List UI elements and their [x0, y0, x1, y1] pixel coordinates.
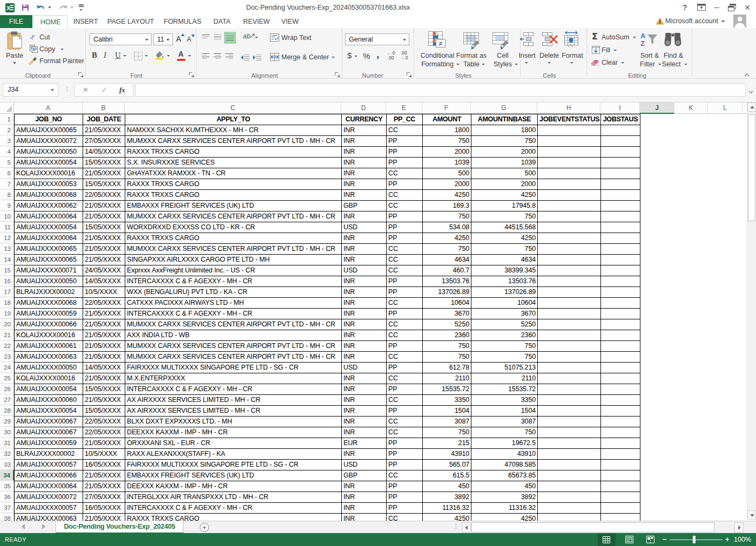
cell[interactable]	[601, 125, 640, 136]
cell[interactable]: DEEXXX KAXXM - IMP - MH - CR	[125, 481, 342, 492]
cell[interactable]	[538, 309, 601, 319]
row-header-19[interactable]: 19	[0, 308, 14, 319]
cell[interactable]	[538, 190, 601, 201]
cell[interactable]: 44515.568	[471, 222, 538, 233]
cell[interactable]: AMUAIJXXXX00063	[15, 514, 83, 521]
cell[interactable]: 11316.32	[423, 503, 471, 514]
cell[interactable]: INR	[342, 211, 387, 222]
column-header-D[interactable]: D	[341, 103, 386, 113]
cell[interactable]	[538, 417, 601, 427]
cell[interactable]: CC	[387, 255, 423, 265]
find-select-icon[interactable]	[664, 32, 681, 49]
cell[interactable]	[538, 222, 601, 233]
row-header-10[interactable]: 10	[0, 211, 14, 222]
cell[interactable]	[538, 363, 601, 373]
column-header-A[interactable]: A	[14, 103, 83, 113]
cell[interactable]: INR	[342, 373, 387, 384]
expand-formula-bar-button[interactable]	[748, 86, 753, 96]
cell[interactable]: 19672.5	[471, 438, 538, 449]
comma-format-button[interactable]: ,	[376, 49, 379, 60]
cell[interactable]: 4250	[471, 233, 538, 244]
tab-page-layout[interactable]: PAGE LAYOUT	[104, 15, 158, 28]
cell[interactable]	[538, 514, 601, 521]
cell[interactable]: INR	[342, 503, 387, 514]
cell[interactable]: USD	[342, 363, 387, 373]
cell[interactable]: 16/05/XXXX	[83, 460, 125, 470]
cell[interactable]	[538, 201, 601, 211]
cell[interactable]: RAXXX TRXXS CARGO	[125, 179, 342, 190]
cell[interactable]	[601, 341, 640, 352]
cell[interactable]: 10604	[423, 298, 471, 309]
cell[interactable]: 22/05/XXXX	[83, 417, 125, 427]
cell[interactable]: INR	[342, 352, 387, 363]
cell[interactable]: 11316.32	[471, 503, 538, 514]
zoom-slider-track[interactable]	[670, 540, 723, 540]
cell[interactable]: USD	[342, 222, 387, 233]
column-header-C[interactable]: C	[125, 103, 341, 113]
page-layout-view-button[interactable]	[620, 533, 638, 546]
cell[interactable]	[538, 158, 601, 168]
row-header-3[interactable]: 3	[0, 135, 14, 146]
cell[interactable]: MUMXXX CARXX SERVICES CENTER AIRPORT PVT…	[125, 244, 342, 255]
cell[interactable]	[538, 503, 601, 514]
decrease-font-button[interactable]: A	[187, 35, 195, 43]
select-all-corner[interactable]	[0, 103, 14, 113]
cell[interactable]: AMUAIJXXXX00059	[15, 309, 83, 319]
cell[interactable]: INR	[342, 298, 387, 309]
cell[interactable]	[538, 276, 601, 287]
cell[interactable]: PP	[387, 449, 423, 460]
cell[interactable]: 13503.76	[423, 276, 471, 287]
row-header-25[interactable]: 25	[0, 373, 14, 384]
tab-review[interactable]: REVIEW	[240, 15, 273, 28]
cell[interactable]: AMUAIJXXXX00050	[15, 276, 83, 287]
close-button[interactable]: ✕	[740, 0, 755, 15]
cell[interactable]: 450	[471, 481, 538, 492]
cell[interactable]	[601, 244, 640, 255]
font-name-select[interactable]: Calibri	[90, 33, 152, 45]
cell[interactable]: NAMXXX SACHXX KUMTHEXXX - MH - CR	[125, 125, 342, 136]
cell[interactable]: INTERCAXXXX C & F AGEXXY - MH - CR	[125, 384, 342, 395]
cell[interactable]: 450	[423, 481, 471, 492]
cell[interactable]: 21/05/XXXX	[83, 201, 125, 211]
cell[interactable]	[538, 147, 601, 158]
merge-center-label[interactable]: Merge & Center	[281, 53, 329, 61]
cell[interactable]: KOLAIJXXXX00016	[15, 168, 83, 179]
cell[interactable]: PP_CC	[387, 114, 423, 125]
cell[interactable]: 15/05/XXXX	[83, 406, 125, 417]
cell[interactable]: 21/05/XXXX	[83, 125, 125, 136]
sort-filter-icon[interactable]: AZ	[640, 31, 659, 50]
format-as-table-label-1[interactable]: Format as	[453, 52, 490, 59]
minimize-button[interactable]: ─	[709, 0, 724, 15]
cell[interactable]: PP	[387, 460, 423, 470]
paste-button[interactable]	[5, 31, 24, 54]
row-header-4[interactable]: 4	[0, 146, 14, 157]
row-header-26[interactable]: 26	[0, 384, 14, 394]
row-header-1[interactable]: 1	[0, 114, 14, 125]
cell[interactable]: 215	[423, 438, 471, 449]
new-sheet-button[interactable]: +	[200, 523, 209, 532]
cell[interactable]: AMUAIJXXXX00066	[15, 470, 83, 481]
cell[interactable]: 43910	[471, 449, 538, 460]
insert-function-icon[interactable]: fx	[119, 86, 125, 94]
cell[interactable]	[601, 373, 640, 384]
increase-decimal-button[interactable]: ←.0.00	[387, 51, 395, 60]
cell[interactable]: JOBSTAUS	[601, 114, 640, 125]
cell[interactable]: AMUAIJXXXX00063	[15, 352, 83, 363]
zoom-out-button[interactable]: −	[663, 535, 667, 543]
cell[interactable]	[538, 244, 601, 255]
cell[interactable]: 21/05/XXXX	[83, 233, 125, 244]
cell[interactable]	[601, 460, 640, 470]
cell[interactable]: 169.3	[423, 201, 471, 211]
cell[interactable]: 4634	[423, 255, 471, 265]
cell[interactable]: 27/05/XXXX	[83, 492, 125, 503]
normal-view-button[interactable]	[598, 533, 616, 546]
cell[interactable]: 750	[471, 427, 538, 438]
cell[interactable]	[538, 265, 601, 276]
row-header-23[interactable]: 23	[0, 351, 14, 362]
column-header-I[interactable]: I	[600, 103, 640, 113]
cell[interactable]: AMUAIJXXXX00065	[15, 125, 83, 136]
avatar[interactable]	[733, 15, 746, 30]
cell[interactable]: 750	[471, 341, 538, 352]
font-size-select[interactable]: 11	[153, 33, 173, 45]
cell[interactable]: 750	[423, 244, 471, 255]
